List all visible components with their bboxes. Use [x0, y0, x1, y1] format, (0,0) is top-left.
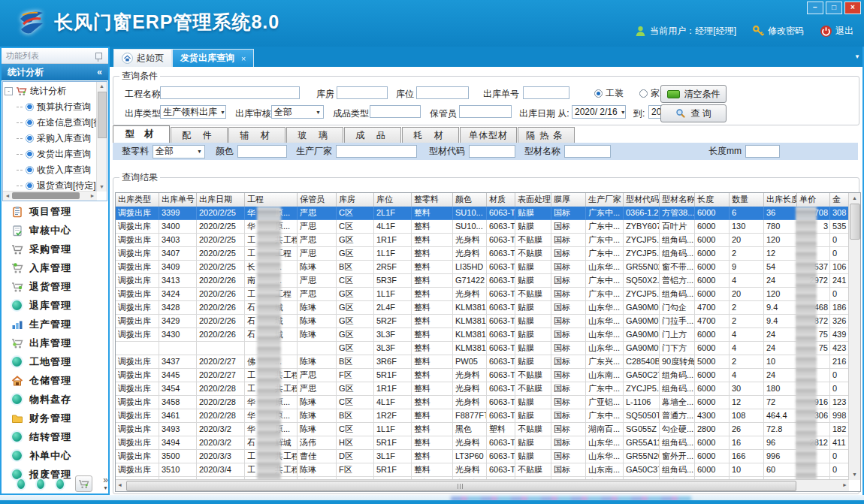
- whole-part-select[interactable]: 全部▼: [153, 145, 205, 158]
- column-header[interactable]: 颜色: [453, 193, 487, 207]
- color-input[interactable]: [237, 145, 287, 158]
- table-row[interactable]: 调拨出库34282020/2/26石城陈琳G区2L4F整料KLM38176063…: [116, 301, 849, 315]
- column-header[interactable]: 工程: [245, 193, 298, 207]
- module-dot-icon[interactable]: [56, 479, 64, 489]
- date-from-select[interactable]: 2020/ 2/16▼: [572, 105, 626, 119]
- column-header[interactable]: 出库长度: [764, 193, 797, 207]
- sidebar-module-项目管理[interactable]: 项目管理: [2, 202, 108, 221]
- tree-item[interactable]: 收货入库查询: [5, 162, 96, 178]
- tree-horizontal-scrollbar[interactable]: ◄ ►: [3, 191, 97, 201]
- profile-code-input[interactable]: [469, 145, 515, 158]
- tree-item[interactable]: 预算执行查询: [5, 99, 96, 115]
- column-header[interactable]: 出库单号: [159, 193, 197, 207]
- pin-icon[interactable]: [95, 53, 102, 59]
- project-name-input[interactable]: [160, 86, 300, 99]
- material-tab-型材[interactable]: 型 材: [113, 125, 170, 143]
- cart-toolbar-button[interactable]: [75, 475, 92, 492]
- material-tab-隔热条[interactable]: 隔热条: [518, 127, 575, 143]
- column-header[interactable]: 型材代码: [624, 193, 660, 207]
- warehouse-input[interactable]: [337, 86, 388, 99]
- column-header[interactable]: 整零料: [412, 193, 453, 207]
- scroll-down-icon[interactable]: ▼: [97, 183, 107, 192]
- table-row[interactable]: 调拨出库34072020/2/25工工程严思G区1L1F整料光身料6063-T5…: [116, 247, 849, 261]
- column-header[interactable]: 金: [830, 193, 850, 207]
- table-row[interactable]: 调拨出库34372020/2/27佛...陈琳B区3R6F整料PW056063-…: [116, 355, 849, 369]
- sidebar-module-采购管理[interactable]: 采购管理: [2, 240, 108, 258]
- sidebar-module-退货管理[interactable]: 退货管理: [2, 277, 108, 296]
- factory-input[interactable]: [336, 145, 417, 158]
- column-header[interactable]: 数量: [730, 193, 764, 207]
- material-tab-耗材[interactable]: 耗 材: [402, 127, 459, 143]
- tree-item[interactable]: 在途信息查询[待定]: [5, 115, 96, 131]
- column-header[interactable]: 长度: [695, 193, 730, 207]
- module-dot-icon[interactable]: [37, 479, 44, 489]
- sidebar-group-header[interactable]: 统计分析 «: [2, 64, 108, 80]
- scrollbar-thumb[interactable]: [98, 92, 107, 138]
- sidebar-module-退库管理[interactable]: 退库管理: [2, 296, 108, 315]
- table-row[interactable]: 调拨出库34032020/2/25工共工程严思G区1R1F整料光身料6063-T…: [116, 234, 849, 247]
- tree-expander-icon[interactable]: -: [5, 87, 13, 95]
- scroll-right-icon[interactable]: ►: [88, 192, 97, 201]
- material-tab-玻璃[interactable]: 玻 璃: [286, 127, 343, 143]
- table-row[interactable]: 调拨出库34302020/2/26石城陈琳G区3L3F整料KLM38176063…: [116, 328, 849, 342]
- sidebar-module-出库管理[interactable]: 出库管理: [2, 333, 108, 352]
- table-row[interactable]: 调拨出库34452020/2/27工共工程严思F区5R1F整料光身料6063-T…: [116, 369, 849, 382]
- tab-active[interactable]: 发货出库查询 ×: [172, 49, 254, 67]
- location-input[interactable]: [416, 86, 469, 99]
- table-row[interactable]: 调拨出库34582020/2/28华原...陈琳C区4L1F整料光身料6063-…: [116, 396, 849, 409]
- column-header[interactable]: 出库日期: [197, 193, 245, 207]
- more-modules-button[interactable]: »▼: [103, 477, 108, 491]
- scrollbar-thumb[interactable]: [850, 204, 860, 240]
- out-type-select[interactable]: 生产领料出库▼: [160, 105, 226, 119]
- table-row[interactable]: 调拨出库34132020/2/26南...严思C区5R3F整料G71422606…: [116, 274, 849, 288]
- tab-home[interactable]: 起始页: [113, 49, 172, 67]
- table-row[interactable]: 调拨出库34542020/2/28工共工程严思G区1R1F整料光身料6063-T…: [116, 382, 849, 396]
- column-header[interactable]: 生产厂家: [586, 193, 624, 207]
- table-row[interactable]: G区3L3F整料KLM38176063-T5贴膜国标山东华...GA90M09.…: [116, 342, 849, 355]
- clear-conditions-button[interactable]: 清空条件: [660, 85, 727, 103]
- tab-close-icon[interactable]: ×: [241, 54, 246, 63]
- table-horizontal-scrollbar[interactable]: ◄ ►: [116, 479, 849, 491]
- table-vertical-scrollbar[interactable]: ▲ ▼: [848, 193, 860, 480]
- sidebar-module-补单中心[interactable]: 补单中心: [2, 446, 108, 465]
- logout-button[interactable]: 退出: [820, 25, 853, 38]
- material-tab-配件[interactable]: 配 件: [171, 127, 228, 143]
- close-button[interactable]: ×: [844, 2, 861, 14]
- sidebar-module-结转管理[interactable]: 结转管理: [2, 427, 108, 446]
- sidebar-module-物料盘存[interactable]: 物料盘存: [2, 390, 108, 409]
- column-header[interactable]: 膜厚: [551, 193, 586, 207]
- scroll-up-icon[interactable]: ▲: [97, 82, 107, 91]
- profile-name-input[interactable]: [564, 145, 611, 158]
- tree-item[interactable]: 采购入库查询: [5, 131, 96, 146]
- tab-list-dropdown-icon[interactable]: ▼: [854, 53, 860, 60]
- tree-item[interactable]: 发货出库查询: [5, 146, 96, 162]
- table-row[interactable]: 调拨出库35102020/3/4工共工程陈琳F区5R1F整料光身料6063-T5…: [116, 463, 849, 477]
- scrollbar-thumb[interactable]: [126, 481, 796, 491]
- audit-select[interactable]: 全部▼: [271, 105, 324, 119]
- table-row[interactable]: 调拨出库34292020/2/26石城陈琳G区5R2F整料KLM38176063…: [116, 315, 849, 328]
- search-button[interactable]: 查 询: [660, 104, 727, 122]
- table-row[interactable]: 调拨出库34932020/3/2华原...陈琳C区1L1F整料黑色塑料不贴膜国标…: [116, 423, 849, 436]
- collapse-icon[interactable]: «: [97, 64, 102, 80]
- sidebar-module-审核中心[interactable]: 审核中心: [2, 221, 108, 240]
- table-row[interactable]: 调拨出库34242020/2/26工工程严思G区1L1F整料光身料6063-T5…: [116, 288, 849, 301]
- product-type-input[interactable]: [370, 105, 421, 118]
- material-tab-成品[interactable]: 成 品: [344, 127, 401, 143]
- sidebar-module-入库管理[interactable]: 入库管理: [2, 258, 108, 277]
- column-header[interactable]: 表面处理: [515, 193, 551, 207]
- table-row[interactable]: 调拨出库34092020/2/25长...陈琳B区2R5F整料LI35HD606…: [116, 261, 849, 274]
- out-no-input[interactable]: [523, 86, 569, 99]
- column-header[interactable]: 库位: [374, 193, 412, 207]
- scroll-up-icon[interactable]: ▲: [849, 194, 860, 203]
- keeper-input[interactable]: [459, 105, 512, 118]
- scroll-down-icon[interactable]: ▼: [849, 470, 860, 479]
- column-header[interactable]: 材质: [487, 193, 515, 207]
- minimize-button[interactable]: −: [807, 2, 823, 14]
- module-dot-icon[interactable]: [17, 479, 25, 489]
- radio-gongzhuang[interactable]: 工装: [594, 87, 624, 100]
- column-header[interactable]: 型材名称: [660, 193, 695, 207]
- table-row[interactable]: 调拨出库34942020/3/2石辉城汤伟H区5R1F整料光身料6063-T5贴…: [116, 436, 849, 450]
- table-row[interactable]: 调拨出库35002020/3/3工共工程曹佳D区3L1F整料LT3P606063…: [116, 450, 849, 463]
- sidebar-module-生产管理[interactable]: 生产管理: [2, 315, 108, 333]
- sidebar-module-财务管理[interactable]: 财务管理: [2, 409, 108, 427]
